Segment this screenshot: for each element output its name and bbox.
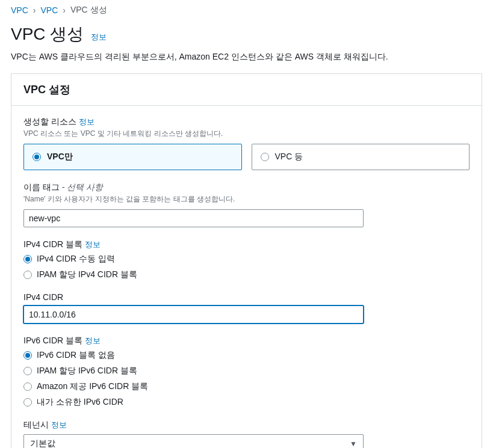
radio-icon [33,153,41,161]
radio-icon [23,367,32,375]
ipv6-block-label: IPv6 CIDR 블록 [23,336,82,346]
radio-label: IPv6 CIDR 블록 없음 [37,350,115,361]
radio-label: IPAM 할당 IPv4 CIDR 블록 [37,269,137,280]
radio-ipv6-ipam[interactable]: IPAM 할당 IPv6 CIDR 블록 [23,366,470,376]
tile-vpc-only[interactable]: VPC만 [23,144,242,170]
breadcrumb: VPC › VPC › VPC 생성 [11,5,482,16]
tenancy-select[interactable]: 기본값 ▼ [23,434,364,448]
tile-label: VPC 등 [275,152,303,162]
radio-label: IPv4 CIDR 수동 입력 [37,254,115,265]
ipv4-block-radio-list: IPv4 CIDR 수동 입력 IPAM 할당 IPv4 CIDR 블록 [23,254,470,280]
radio-icon [261,153,269,161]
name-tag-label: 이름 태그 - 선택 사항 [23,182,103,193]
panel-title: VPC 설정 [11,74,482,106]
resources-group: 생성할 리소스 정보 VPC 리소스 또는 VPC 및 기타 네트워킹 리소스만… [23,117,470,170]
ipv6-block-group: IPv6 CIDR 블록 정보 IPv6 CIDR 블록 없음 IPAM 할당 … [23,336,470,408]
ipv4-block-info-link[interactable]: 정보 [85,240,101,249]
tile-vpc-and-more[interactable]: VPC 등 [252,144,470,170]
ipv4-block-group: IPv4 CIDR 블록 정보 IPv4 CIDR 수동 입력 IPAM 할당 … [23,239,470,280]
breadcrumb-link-vpc-0[interactable]: VPC [11,5,28,15]
vpc-settings-panel: VPC 설정 생성할 리소스 정보 VPC 리소스 또는 VPC 및 기타 네트… [11,73,482,448]
tenancy-info-link[interactable]: 정보 [51,420,67,429]
tenancy-label: 테넌시 [23,420,49,431]
name-tag-group: 이름 태그 - 선택 사항 'Name' 키와 사용자가 지정하는 값을 포함하… [23,182,470,227]
radio-label: IPAM 할당 IPv6 CIDR 블록 [37,366,137,376]
radio-icon [23,382,32,391]
name-tag-label-text: 이름 태그 [23,182,62,192]
page-title-info-link[interactable]: 정보 [91,32,107,41]
resources-tile-group: VPC만 VPC 등 [23,144,470,170]
radio-ipv6-amazon[interactable]: Amazon 제공 IPv6 CIDR 블록 [23,381,470,392]
resources-info-link[interactable]: 정보 [79,117,95,126]
tenancy-group: 테넌시 정보 기본값 ▼ [23,420,470,448]
ipv4-block-label: IPv4 CIDR 블록 [23,239,82,250]
tenancy-value: 기본값 [30,438,55,448]
caret-down-icon: ▼ [350,440,357,448]
name-tag-optional: - 선택 사항 [62,182,103,192]
ipv4-cidr-label: IPv4 CIDR [23,292,63,302]
radio-icon [23,255,32,263]
ipv6-block-radio-list: IPv6 CIDR 블록 없음 IPAM 할당 IPv6 CIDR 블록 Ama… [23,350,470,408]
radio-ipv6-own[interactable]: 내가 소유한 IPv6 CIDR [23,397,470,408]
breadcrumb-link-vpc-1[interactable]: VPC [40,5,58,15]
ipv6-block-info-link[interactable]: 정보 [85,336,101,345]
resources-hint: VPC 리소스 또는 VPC 및 기타 네트워킹 리소스만 생성합니다. [23,129,470,139]
chevron-right-icon: › [63,5,66,15]
tile-label: VPC만 [47,152,73,162]
chevron-right-icon: › [33,5,36,15]
ipv4-cidr-input[interactable] [23,305,364,324]
name-tag-hint: 'Name' 키와 사용자가 지정하는 값을 포함하는 태그를 생성합니다. [23,194,470,204]
radio-ipv4-ipam[interactable]: IPAM 할당 IPv4 CIDR 블록 [23,269,470,280]
radio-icon [23,398,32,407]
breadcrumb-current: VPC 생성 [70,5,107,16]
page-description: VPC는 AWS 클라우드의 격리된 부분으로서, Amazon EC2 인스턴… [11,52,482,63]
radio-icon [23,351,32,360]
radio-label: 내가 소유한 IPv6 CIDR [37,397,123,408]
ipv4-cidr-group: IPv4 CIDR [23,292,470,324]
page-title: VPC 생성 [11,23,84,46]
radio-icon [23,271,32,279]
resources-label: 생성할 리소스 [23,117,76,127]
radio-ipv6-none[interactable]: IPv6 CIDR 블록 없음 [23,350,470,361]
name-tag-input[interactable] [23,209,364,227]
radio-label: Amazon 제공 IPv6 CIDR 블록 [37,381,148,392]
radio-ipv4-manual[interactable]: IPv4 CIDR 수동 입력 [23,254,470,265]
